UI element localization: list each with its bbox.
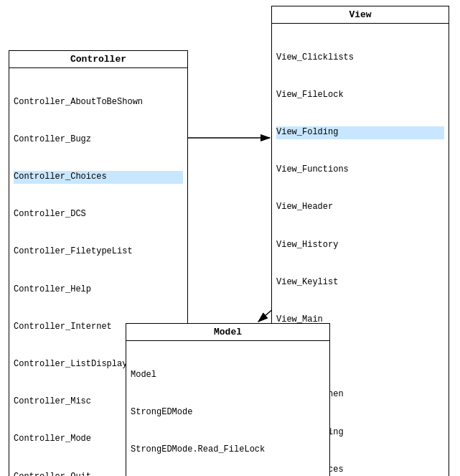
list-item: View_Header xyxy=(276,201,444,213)
view-title: View xyxy=(272,6,449,24)
list-item: Controller_AboutToBeShown xyxy=(14,96,183,108)
model-title: Model xyxy=(126,324,329,341)
list-item: Model xyxy=(131,369,325,381)
list-item: Controller_DCS xyxy=(14,208,183,220)
list-item: View_Functions xyxy=(276,164,444,176)
list-item: Controller_FiletypeList xyxy=(14,246,183,258)
list-item: View_Clicklists xyxy=(276,52,444,64)
model-content: Model StrongEDMode StrongEDMode.Read_Fil… xyxy=(126,341,329,476)
list-item: Controller_Bugz xyxy=(14,134,183,146)
diagram-container: Controller Controller_AboutToBeShown Con… xyxy=(0,0,460,476)
list-item: View_Keylist xyxy=(276,276,444,289)
model-box: Model Model StrongEDMode StrongEDMode.Re… xyxy=(126,323,330,476)
list-item: StrongEDMode.Read_FileLock xyxy=(131,444,325,456)
controller-title: Controller xyxy=(9,51,187,68)
list-item: Controller_Choices xyxy=(14,171,183,183)
list-item: View_History xyxy=(276,239,444,251)
list-item: Controller_Help xyxy=(14,284,183,296)
list-item: View_Folding xyxy=(276,126,444,139)
list-item: StrongEDMode xyxy=(131,406,325,419)
list-item: View_FileLock xyxy=(276,89,444,101)
